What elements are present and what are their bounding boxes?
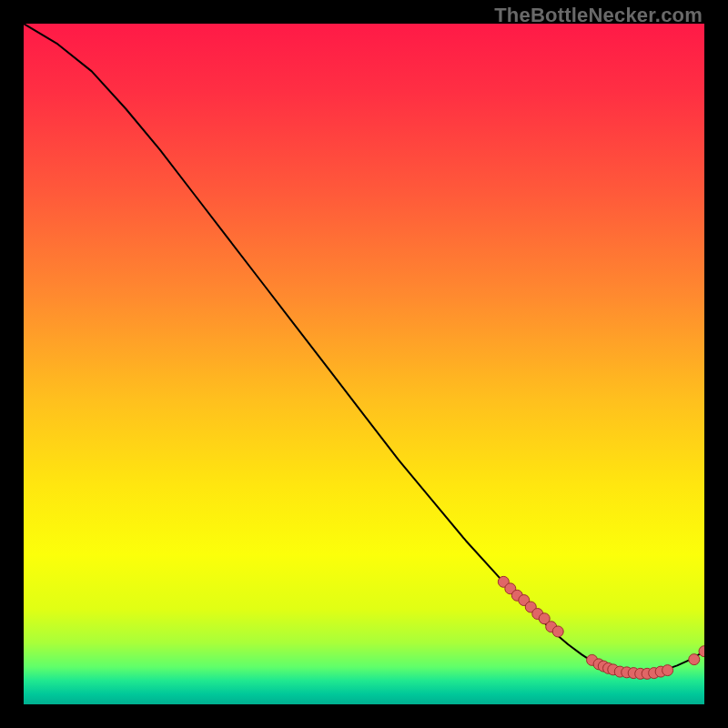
bottleneck-chart bbox=[24, 24, 704, 704]
watermark-overlay: TheBottleNecker.com bbox=[494, 4, 703, 27]
chart-background bbox=[24, 24, 704, 704]
chart-marker bbox=[662, 665, 673, 676]
chart-plot-area bbox=[24, 24, 704, 704]
frame-left bbox=[0, 0, 24, 728]
chart-marker bbox=[552, 626, 563, 637]
frame-right bbox=[704, 0, 728, 728]
watermark-text-overlay: TheBottleNecker.com bbox=[494, 4, 703, 26]
frame-bottom bbox=[0, 704, 728, 728]
chart-marker bbox=[689, 654, 700, 665]
